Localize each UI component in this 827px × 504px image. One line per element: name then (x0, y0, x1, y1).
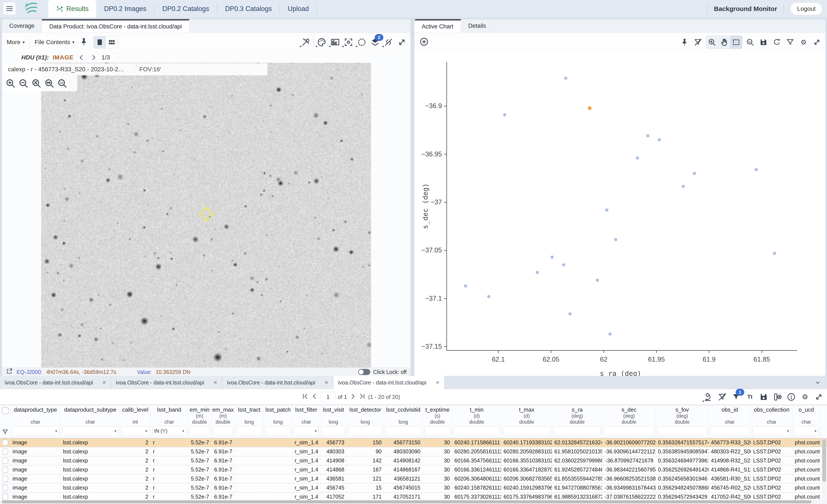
column-header-dataproduct_subtype[interactable]: dataproduct_subtypechar▾ (61, 405, 120, 438)
data-point[interactable] (682, 185, 685, 188)
rotate-button[interactable] (771, 36, 782, 49)
main-tab-dp0-2-catalogs[interactable]: DP0.2 Catalogs (155, 0, 217, 18)
select-all-checkbox[interactable] (2, 407, 9, 414)
data-point[interactable] (568, 312, 572, 315)
main-tab-upload[interactable]: Upload (280, 0, 317, 18)
filter-button[interactable]: 1 (731, 391, 742, 403)
column-header-lsst_filter[interactable]: lsst_filterchar▾ (292, 405, 320, 438)
click-lock-toggle[interactable] (358, 369, 370, 375)
save-button[interactable] (758, 391, 769, 403)
table-row[interactable]: imagelsst.calexp2r5.52e-76.91e-7r_sim_1.… (0, 456, 827, 465)
table-tab[interactable]: ivoa.ObsCore - data-int.lsst.cloud/api× (333, 376, 444, 389)
close-icon[interactable]: × (211, 379, 217, 386)
column-filter-input[interactable] (386, 426, 421, 436)
column-filter-input[interactable] (657, 426, 707, 436)
selected-data-point[interactable] (588, 106, 592, 110)
column-filter-select[interactable]: IN ('r')▾ (152, 426, 186, 436)
row-checkbox[interactable] (2, 449, 8, 455)
data-point[interactable] (487, 295, 490, 298)
close-icon[interactable]: × (322, 379, 328, 386)
data-point[interactable] (562, 263, 565, 266)
page-next-button[interactable] (349, 393, 356, 401)
column-filter-input[interactable] (236, 426, 262, 436)
file-contents-dropdown[interactable]: File Contents▾ (35, 39, 75, 46)
select-circle-button[interactable] (356, 36, 368, 49)
logout-button[interactable]: Logout (790, 3, 822, 15)
page-last-button[interactable] (358, 393, 366, 401)
settings-button[interactable]: ⚙ (799, 391, 811, 403)
zoom-in-button[interactable] (706, 36, 718, 49)
table-row[interactable]: imagelsst.calexp2r5.52e-76.91e-7r_sim_1.… (0, 447, 827, 456)
zoom-1x-button[interactable]: 1x (57, 77, 68, 90)
more-dropdown[interactable]: More▾ (7, 39, 25, 46)
row-checkbox[interactable] (2, 440, 8, 446)
column-header-o_ucd[interactable]: o_ucdchar▾ (792, 405, 820, 438)
data-point[interactable] (755, 168, 758, 171)
table-row[interactable]: imagelsst.calexp2r5.52e-76.91e-7r_sim_1.… (0, 465, 827, 474)
column-header-lsst_detector[interactable]: lsst_detectorlong (347, 405, 384, 438)
data-point[interactable] (773, 252, 776, 255)
column-header-lsst_visit[interactable]: lsst_visitlong (320, 405, 347, 438)
pin-button[interactable] (79, 37, 89, 47)
layers-button[interactable]: 2 (370, 36, 381, 49)
page-first-button[interactable] (301, 393, 309, 401)
column-header-em_max[interactable]: em_max(m)double (211, 405, 235, 438)
data-point[interactable] (503, 113, 506, 116)
table-tab[interactable]: ivoa.ObsCore - data-int.lsst.cloud/api× (222, 376, 333, 389)
expand-button[interactable] (811, 36, 823, 49)
tools-button[interactable] (300, 36, 311, 49)
data-point[interactable] (693, 172, 696, 175)
column-filter-input[interactable] (710, 426, 749, 436)
row-checkbox[interactable] (2, 494, 8, 500)
table-horizontal-scrollbar[interactable] (0, 500, 827, 504)
column-filter-select[interactable]: ▾ (294, 426, 319, 436)
column-header-s_fov[interactable]: s_fov(deg)double (656, 405, 709, 438)
column-filter-input[interactable] (213, 426, 233, 436)
table-vertical-scrollbar[interactable] (822, 438, 827, 501)
select-rect-button[interactable] (730, 36, 742, 49)
column-filter-select[interactable]: ▾ (752, 426, 791, 436)
column-filter-input[interactable] (454, 426, 500, 436)
table-row[interactable]: imagelsst.calexp2r5.52e-76.91e-7r_sim_1.… (0, 474, 827, 484)
column-header-dataproduct_type[interactable]: dataproduct_typechar▾ (10, 405, 61, 438)
table-tab[interactable]: ivoa.ObsCore - data-int.lsst.cloud/api× (111, 376, 222, 389)
column-filter-input[interactable] (503, 426, 550, 436)
row-checkbox[interactable] (2, 467, 8, 473)
unlink-button[interactable] (383, 36, 394, 49)
hamburger-menu-button[interactable] (3, 2, 16, 15)
column-filter-select[interactable]: ▾ (12, 426, 59, 436)
scatter-chart[interactable]: 62.162.056261.9561.961.85−36.9−36.95−37−… (415, 52, 826, 376)
row-checkbox[interactable] (2, 458, 8, 464)
info-button[interactable] (786, 391, 797, 403)
single-view-button[interactable] (94, 36, 106, 48)
chart-panel-tab[interactable]: Details (461, 19, 494, 33)
zoom-in-button[interactable] (5, 77, 16, 90)
pin-button[interactable] (679, 36, 690, 49)
data-point[interactable] (646, 134, 649, 138)
column-header-lsst_ccdvisitid[interactable]: lsst_ccdvisitidlong (384, 405, 423, 438)
palette-button[interactable] (316, 36, 327, 49)
column-filter-input[interactable] (554, 426, 601, 436)
column-header-lsst_tract[interactable]: lsst_tractlong (235, 405, 264, 438)
tab-overflow-button[interactable] (815, 376, 821, 389)
column-header-s_dec[interactable]: s_dec(deg)double (602, 405, 656, 438)
page-prev-button[interactable] (311, 393, 318, 401)
column-filter-select[interactable]: ▾ (121, 426, 149, 436)
save-button[interactable] (758, 36, 769, 49)
column-header-obs_id[interactable]: obs_idchar (709, 405, 751, 438)
expand-button[interactable] (813, 391, 824, 403)
filter-clear-button[interactable] (717, 391, 728, 403)
column-header-calib_level[interactable]: calib_levelint▾ (120, 405, 151, 438)
image-panel-tab[interactable]: Data Product: ivoa.ObsCore - data-int.ls… (42, 19, 189, 33)
hdu-next-button[interactable] (89, 53, 98, 62)
data-point[interactable] (636, 156, 639, 160)
row-checkbox[interactable] (2, 485, 8, 491)
column-header-em_min[interactable]: em_min(m)double (188, 405, 211, 438)
settings-button[interactable]: ⚙ (798, 36, 809, 49)
table-tab[interactable]: ivoa.ObsCore - data-int.lsst.cloud/api× (0, 376, 111, 389)
column-filter-input[interactable] (424, 426, 450, 436)
column-header-lsst_patch[interactable]: lsst_patchlong (264, 405, 292, 438)
data-point[interactable] (596, 279, 599, 282)
expand-button[interactable] (396, 36, 407, 49)
filter-row-icon[interactable] (2, 429, 9, 436)
